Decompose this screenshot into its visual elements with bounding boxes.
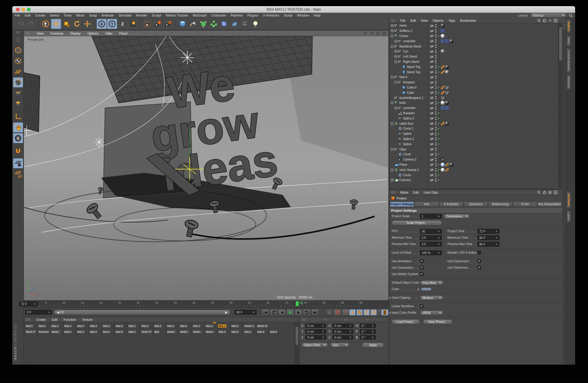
object-row[interactable]: koolstofknippert.1 xyxy=(389,95,558,100)
om-add-icon[interactable] xyxy=(554,19,557,22)
layer-box[interactable] xyxy=(429,45,434,48)
object-name[interactable]: knoppen xyxy=(403,81,415,84)
attribute-tab[interactable]: X-Particles xyxy=(439,202,463,207)
visibility-dots[interactable] xyxy=(435,34,437,38)
autokeying-button[interactable] xyxy=(334,309,341,316)
material-preview-sphere[interactable] xyxy=(140,322,141,328)
material-tile[interactable]: Mat.2 xyxy=(127,328,140,334)
phong-tag[interactable] xyxy=(441,65,445,69)
material-tile[interactable] xyxy=(63,334,76,338)
material-tile[interactable]: Mat.3 xyxy=(230,328,243,334)
tex-tag[interactable] xyxy=(445,91,449,95)
viewport-menu-item[interactable]: Filter xyxy=(105,32,112,35)
search-icon[interactable] xyxy=(569,13,573,17)
material-preview-sphere[interactable] xyxy=(243,322,244,328)
enabled-check[interactable]: ✓ xyxy=(437,173,441,177)
layer-box[interactable] xyxy=(429,153,434,156)
object-name[interactable]: cable floor xyxy=(399,122,413,125)
lock-y-axis-button[interactable]: Y xyxy=(107,19,117,29)
object-name[interactable]: Circle.1 xyxy=(403,127,413,130)
material-preview-sphere[interactable] xyxy=(127,322,128,328)
material-preview-sphere[interactable] xyxy=(63,328,64,334)
enabled-check[interactable]: ✓ xyxy=(437,117,441,120)
material-preview-sphere[interactable] xyxy=(127,328,128,334)
object-manager-menu-item[interactable]: Objects xyxy=(433,19,444,22)
add-cube-object-button[interactable] xyxy=(178,19,187,29)
expand-toggle[interactable]: + xyxy=(394,40,397,43)
menu-item[interactable]: Motion Tracker xyxy=(166,13,188,17)
move-tool[interactable] xyxy=(51,19,61,29)
object-name[interactable]: Left Stand xyxy=(403,55,417,58)
layer-box[interactable] xyxy=(429,96,434,99)
visibility-dots[interactable] xyxy=(435,106,437,110)
material-grip[interactable] xyxy=(26,318,30,321)
mograph-cloner-button[interactable] xyxy=(209,19,219,29)
object-row[interactable]: Circle ✓ xyxy=(389,152,558,157)
material-tile[interactable]: Steel Ol xyxy=(140,328,153,334)
layer-box[interactable] xyxy=(429,158,434,161)
object-manager-menu-item[interactable]: Edit xyxy=(410,19,416,22)
object-row[interactable]: + controller xyxy=(389,39,558,44)
panel-tab[interactable]: Layers xyxy=(567,210,571,223)
expand-toggle[interactable]: - xyxy=(391,101,394,104)
points-mode-button[interactable] xyxy=(13,78,23,87)
attribute-menu-item[interactable]: Mode xyxy=(400,191,408,194)
object-row[interactable]: + Connect ✓ xyxy=(389,178,558,183)
material-tile[interactable]: Metal - xyxy=(192,328,204,334)
preview-max-time-field[interactable]: 90 F xyxy=(477,242,499,247)
object-row[interactable]: Spline.1 ✓ xyxy=(389,137,558,142)
object-manager-menu-item[interactable]: Bookmarks xyxy=(460,19,476,22)
menu-item[interactable]: Help xyxy=(314,13,321,17)
material-menu-item[interactable]: Function xyxy=(64,318,76,321)
material-tile[interactable]: Mat.2 xyxy=(179,323,191,328)
menu-item[interactable]: Mesh xyxy=(76,13,85,17)
viewport-perspective[interactable]: We grow ideas xyxy=(24,36,388,300)
object-name[interactable]: Random xyxy=(403,112,415,115)
coordinate-col3-header[interactable]: --- xyxy=(366,318,369,321)
play-backwards-button[interactable] xyxy=(270,309,277,316)
layer-box[interactable] xyxy=(429,127,434,130)
material-tile[interactable]: Mat.2 xyxy=(76,323,89,328)
phong-tag[interactable] xyxy=(441,122,445,126)
layer-box[interactable] xyxy=(429,24,434,27)
material-preview-sphere[interactable] xyxy=(243,328,244,334)
viewport-menu-item[interactable]: Display xyxy=(70,32,81,35)
add-floor-button[interactable] xyxy=(230,19,239,29)
xpresso-tag[interactable] xyxy=(441,29,445,33)
save-preset-button[interactable]: Save Preset... xyxy=(423,319,452,324)
material-tile[interactable]: Mat xyxy=(153,328,166,334)
material-tile[interactable]: Mat.2 xyxy=(140,323,153,328)
visibility-dots[interactable] xyxy=(435,137,437,141)
mat-dark-tag[interactable] xyxy=(441,24,445,28)
project-time-field[interactable]: 72 F xyxy=(477,229,499,234)
object-row[interactable]: Plane ✓ xyxy=(389,162,558,168)
add-camera-button[interactable] xyxy=(240,19,250,29)
object-row[interactable]: Spline ✓ xyxy=(389,142,558,147)
timeline-ruler[interactable]: 051015202530354045505560657075808590 72 … xyxy=(24,300,388,308)
project-scale-field[interactable]: 1 xyxy=(420,214,442,219)
palette-grip[interactable] xyxy=(16,31,20,34)
mat-gray-tag[interactable] xyxy=(445,70,449,74)
visibility-dots[interactable] xyxy=(435,85,437,89)
layer-box[interactable] xyxy=(429,132,434,135)
visibility-dots[interactable] xyxy=(435,178,437,182)
coordinate-mode-dropdown[interactable]: Object (Rel) xyxy=(301,343,328,347)
material-tile[interactable]: Metal - xyxy=(205,328,217,334)
material-tile[interactable] xyxy=(217,334,230,338)
attr-search-icon[interactable] xyxy=(537,191,541,194)
position-field[interactable]: 0 cm xyxy=(305,335,326,339)
layer-box[interactable] xyxy=(429,91,434,94)
attr-track-icon[interactable] xyxy=(548,191,552,194)
rotate-tool[interactable] xyxy=(72,19,82,29)
object-name[interactable]: Camera.2 xyxy=(403,158,417,161)
layer-box[interactable] xyxy=(429,29,434,32)
layer-box[interactable] xyxy=(429,142,434,146)
material-tile[interactable]: Mat.9 xyxy=(256,328,269,334)
keyframe-selection-button[interactable]: ? xyxy=(342,309,349,316)
enabled-check[interactable]: ✓ xyxy=(437,132,441,135)
panel-tab[interactable]: Structure xyxy=(567,74,571,90)
render-lod-checkbox[interactable] xyxy=(477,251,481,254)
material-preview-sphere[interactable] xyxy=(50,322,51,328)
material-preview-sphere[interactable] xyxy=(192,322,192,328)
attribute-tab[interactable]: Project Settings xyxy=(390,202,414,207)
